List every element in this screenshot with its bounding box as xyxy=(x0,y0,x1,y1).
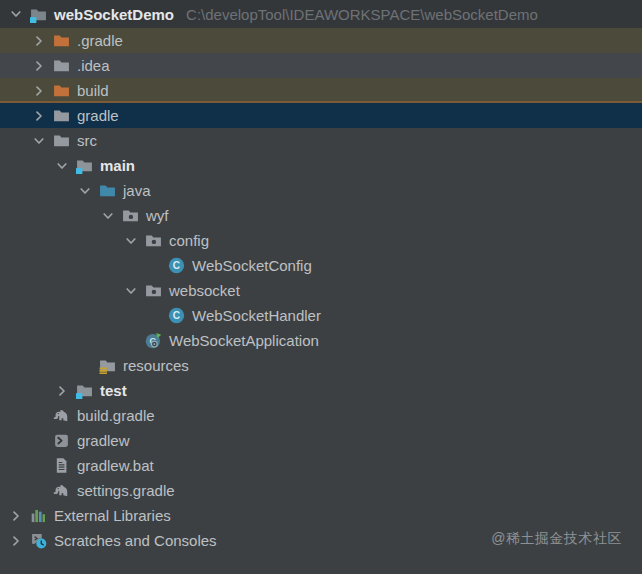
chevron-spacer xyxy=(146,308,168,324)
tree-row-main[interactable]: main xyxy=(0,153,642,178)
tree-item-label: gradlew.bat xyxy=(77,453,154,478)
excluded-folder-icon xyxy=(53,32,71,49)
project-folder-icon xyxy=(30,6,48,23)
module-folder-icon xyxy=(76,157,94,174)
tree-item-label: Scratches and Consoles xyxy=(54,528,217,553)
project-root-label: webSocketDemo xyxy=(54,2,174,27)
folder-icon xyxy=(53,132,71,149)
scratches-icon xyxy=(30,532,48,549)
gradle-elephant-icon xyxy=(53,407,71,424)
excluded-folder-icon xyxy=(53,82,71,99)
chevron-spacer xyxy=(123,333,145,349)
batch-file-icon xyxy=(53,457,71,474)
chevron-spacer xyxy=(31,458,53,474)
external-libraries-icon xyxy=(30,507,48,524)
tree-row-gradlew[interactable]: gradlew xyxy=(0,428,642,453)
tree-row-build-gradle[interactable]: build.gradle xyxy=(0,403,642,428)
tree-item-label: config xyxy=(169,228,209,253)
package-icon xyxy=(145,282,163,299)
tree-item-label: WebSocketConfig xyxy=(192,253,312,278)
module-folder-icon xyxy=(76,382,94,399)
chevron-spacer xyxy=(77,358,99,374)
chevron-down-icon[interactable] xyxy=(77,183,99,199)
tree-item-label: gradlew xyxy=(77,428,130,453)
tree-row-src[interactable]: src xyxy=(0,128,642,153)
chevron-down-icon[interactable] xyxy=(31,133,53,149)
tree-item-label: build xyxy=(77,78,109,103)
package-icon xyxy=(145,232,163,249)
tree-row-settings-gradle[interactable]: settings.gradle xyxy=(0,478,642,503)
application-class-icon: C xyxy=(145,332,163,349)
tree-row-external-libraries[interactable]: External Libraries xyxy=(0,503,642,528)
tree-item-label: WebSocketHandler xyxy=(192,303,321,328)
tree-item-label: main xyxy=(100,153,135,178)
chevron-right-icon[interactable] xyxy=(31,83,53,99)
tree-row--gradle[interactable]: .gradle xyxy=(0,28,642,53)
svg-text:C: C xyxy=(173,260,180,271)
chevron-right-icon[interactable] xyxy=(31,58,53,74)
svg-text:C: C xyxy=(173,310,180,321)
tree-item-label: WebSocketApplication xyxy=(169,328,319,353)
executable-script-icon xyxy=(53,432,71,449)
gradle-elephant-icon xyxy=(53,482,71,499)
project-tree: .gradle.ideabuildgradlesrcmainjavawyfcon… xyxy=(0,28,642,553)
tree-row--idea[interactable]: .idea xyxy=(0,53,642,78)
chevron-right-icon[interactable] xyxy=(8,508,30,524)
tree-item-label: settings.gradle xyxy=(77,478,175,503)
tree-row-gradle[interactable]: gradle xyxy=(0,103,642,128)
tree-row-websocketapplication[interactable]: CWebSocketApplication xyxy=(0,328,642,353)
tree-row-build[interactable]: build xyxy=(0,78,642,103)
tree-row-wyf[interactable]: wyf xyxy=(0,203,642,228)
tree-row-websocket[interactable]: websocket xyxy=(0,278,642,303)
tree-item-label: test xyxy=(100,378,127,403)
tree-row-websocketconfig[interactable]: CWebSocketConfig xyxy=(0,253,642,278)
tree-item-label: .idea xyxy=(77,53,110,78)
project-root-path: C:\developTool\IDEAWORKSPACE\webSocketDe… xyxy=(186,6,538,23)
tree-item-label: build.gradle xyxy=(77,403,155,428)
project-root-row[interactable]: webSocketDemo C:\developTool\IDEAWORKSPA… xyxy=(0,0,642,28)
chevron-down-icon[interactable] xyxy=(123,233,145,249)
java-class-icon: C xyxy=(168,257,186,274)
java-class-icon: C xyxy=(168,307,186,324)
tree-item-label: resources xyxy=(123,353,189,378)
chevron-spacer xyxy=(31,408,53,424)
chevron-right-icon[interactable] xyxy=(54,383,76,399)
tree-row-test[interactable]: test xyxy=(0,378,642,403)
chevron-right-icon[interactable] xyxy=(8,533,30,549)
tree-row-websockethandler[interactable]: CWebSocketHandler xyxy=(0,303,642,328)
tree-item-label: websocket xyxy=(169,278,240,303)
chevron-right-icon[interactable] xyxy=(31,108,53,124)
tree-item-label: wyf xyxy=(146,203,169,228)
tree-item-label: java xyxy=(123,178,151,203)
chevron-spacer xyxy=(31,483,53,499)
chevron-spacer xyxy=(146,258,168,274)
watermark: @稀土掘金技术社区 xyxy=(491,530,622,548)
tree-item-label: src xyxy=(77,128,97,153)
chevron-down-icon[interactable] xyxy=(100,208,122,224)
resources-folder-icon xyxy=(99,357,117,374)
tree-item-label: .gradle xyxy=(77,28,123,53)
tree-item-label: External Libraries xyxy=(54,503,171,528)
chevron-down-icon[interactable] xyxy=(8,6,30,22)
folder-icon xyxy=(53,107,71,124)
chevron-right-icon[interactable] xyxy=(31,33,53,49)
project-tool-window: webSocketDemo C:\developTool\IDEAWORKSPA… xyxy=(0,0,642,574)
chevron-spacer xyxy=(31,433,53,449)
tree-row-config[interactable]: config xyxy=(0,228,642,253)
tree-row-gradlew-bat[interactable]: gradlew.bat xyxy=(0,453,642,478)
package-icon xyxy=(122,207,140,224)
source-root-folder-icon xyxy=(99,182,117,199)
folder-icon xyxy=(53,57,71,74)
tree-item-label: gradle xyxy=(77,103,119,128)
chevron-down-icon[interactable] xyxy=(54,158,76,174)
chevron-down-icon[interactable] xyxy=(123,283,145,299)
tree-row-resources[interactable]: resources xyxy=(0,353,642,378)
tree-row-java[interactable]: java xyxy=(0,178,642,203)
